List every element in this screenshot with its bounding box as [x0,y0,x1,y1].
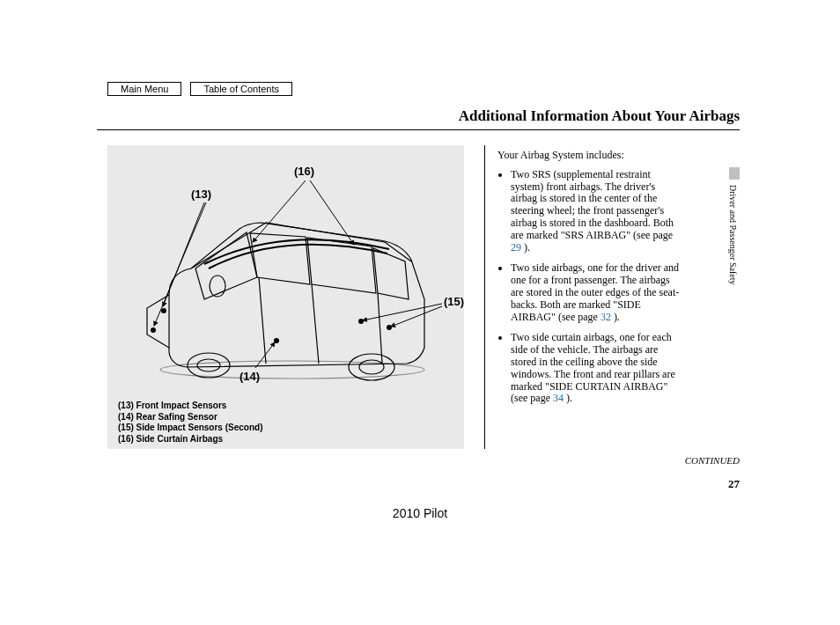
svg-line-20 [255,342,275,368]
item-end: ). [564,392,572,404]
vehicle-diagram: (13) (16) (15) (14) (13) Front Impact Se… [107,145,464,449]
svg-point-4 [188,353,230,378]
page-link-34[interactable]: 34 [553,392,564,404]
column-divider [484,145,485,449]
svg-line-1 [259,277,266,364]
list-item: Two side airbags, one for the driver and… [511,262,682,323]
item-text: Two SRS (supplemental restraint system) … [511,168,674,241]
svg-line-2 [312,284,319,364]
section-side-label: Driver and Passenger Safety [728,185,738,285]
body-text: Your Airbag System includes: Two SRS (su… [497,150,682,414]
callout-16: (16) [294,165,314,178]
main-menu-button[interactable]: Main Menu [107,82,181,96]
svg-line-17 [310,180,354,245]
svg-point-5 [197,359,220,371]
svg-line-3 [378,293,382,363]
svg-point-10 [151,327,156,333]
callout-13: (13) [191,188,211,201]
callout-14: (14) [239,370,260,383]
item-end: ). [611,311,620,323]
list-item: Two SRS (supplemental restraint system) … [511,169,682,254]
svg-point-12 [358,319,364,324]
manual-page: Main Menu Table of Contents Additional I… [97,79,740,546]
title-rule [97,129,740,130]
list-item: Two side curtain airbags, one for each s… [511,332,682,405]
continued-label: CONTINUED [685,455,740,466]
page-link-32[interactable]: 32 [601,311,611,323]
legend-16: (16) Side Curtain Airbags [118,434,263,445]
footer-model-year: 2010 Pilot [0,506,840,520]
svg-point-13 [387,325,392,330]
svg-line-16 [253,180,306,242]
diagram-legend: (13) Front Impact Sensors (14) Rear Safi… [118,401,263,445]
nav-buttons: Main Menu Table of Contents [107,82,292,96]
item-text: Two side curtain airbags, one for each s… [511,331,675,404]
legend-13: (13) Front Impact Sensors [118,401,263,412]
item-end: ). [521,241,530,254]
legend-14: (14) Rear Safing Sensor [118,412,263,423]
item-text: Two side airbags, one for the driver and… [511,261,679,322]
page-number: 27 [728,477,740,491]
callout-15: (15) [444,295,464,308]
body-intro: Your Airbag System includes: [497,150,682,162]
svg-point-9 [161,308,166,313]
page-title: Additional Information About Your Airbag… [459,107,740,125]
svg-line-18 [363,304,442,320]
page-link-29[interactable]: 29 [511,241,521,254]
section-tab [729,167,740,180]
toc-button[interactable]: Table of Contents [190,82,292,96]
legend-15: (15) Side Impact Sensors (Second) [118,423,263,434]
